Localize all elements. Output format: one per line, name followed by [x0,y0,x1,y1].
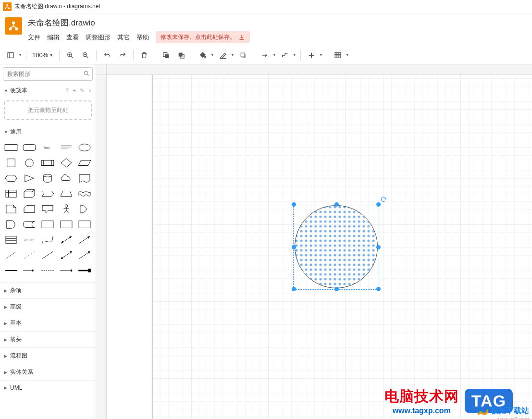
shape-and[interactable] [3,218,19,231]
insert-button[interactable]: ▼ [305,49,323,62]
shape-list[interactable] [3,233,19,246]
delete-button[interactable] [137,49,151,62]
ruler-vertical[interactable] [96,75,107,419]
zoom-out-button[interactable] [79,49,92,62]
shape-cube[interactable] [21,187,37,200]
shape-callout[interactable] [39,202,56,216]
shape-textbox[interactable] [58,141,74,154]
category-advanced[interactable]: ▶高级 [0,298,96,315]
resize-handle-mr[interactable] [376,245,381,249]
shape-tape[interactable] [76,187,93,200]
shape-rounded-rect[interactable] [21,141,37,154]
shadow-button[interactable] [236,49,250,62]
resize-handle-tm[interactable] [334,202,339,207]
ruler-horizontal[interactable] [107,64,532,75]
undo-button[interactable] [100,49,114,62]
shape-rectangle[interactable] [3,141,19,154]
shape-link1[interactable] [3,264,19,277]
main-area: ▼ 便笺本 ? + ✎ × 把元素拖至此处 ▼ 通用 Text [0,64,532,419]
app-logo[interactable] [5,17,22,35]
shape-dashed-line[interactable] [3,248,19,262]
save-notice[interactable]: 修改未保存。点击此处保存。 [156,31,250,43]
shape-triangle[interactable] [21,172,37,185]
search-icon[interactable] [83,70,90,78]
shape-or[interactable] [76,202,93,216]
shape-process[interactable] [39,156,56,170]
category-misc[interactable]: ▶杂项 [0,282,96,298]
rotate-handle[interactable] [380,196,387,203]
menu-edit[interactable]: 编辑 [47,33,60,42]
resize-handle-bm[interactable] [334,287,339,291]
resize-handle-br[interactable] [376,287,381,291]
shape-ellipse[interactable] [76,141,93,154]
shape-cloud[interactable] [58,172,74,185]
general-header[interactable]: ▼ 通用 [0,125,96,139]
shape-hexagon[interactable] [3,172,19,185]
document-title[interactable]: 未命名绘图.drawio [28,17,527,28]
shape-container2[interactable] [58,218,74,231]
shape-actor[interactable] [58,202,74,216]
shape-curve[interactable] [39,233,56,246]
shape-text[interactable]: Text [39,141,56,154]
shape-parallelogram[interactable] [76,156,93,170]
resize-handle-bl[interactable] [292,287,296,291]
line-color-button[interactable]: ▼ [216,49,235,62]
shape-note[interactable] [3,202,19,216]
zoom-in-button[interactable] [63,49,77,62]
search-input[interactable] [3,67,93,81]
connection-button[interactable]: ▼ [258,49,276,62]
category-uml[interactable]: ▶UML [0,380,96,395]
menu-file[interactable]: 文件 [28,33,40,42]
to-back-button[interactable] [174,49,188,62]
close-icon[interactable]: × [88,87,92,94]
scratchpad-header[interactable]: ▼ 便笺本 ? + ✎ × [0,84,96,98]
category-basic[interactable]: ▶基本 [0,315,96,331]
shape-internal-storage[interactable] [3,187,19,200]
menu-help[interactable]: 帮助 [136,33,149,42]
shape-bidir-thin[interactable] [58,248,74,262]
shape-list-item[interactable]: List Item [21,233,37,246]
table-button[interactable]: ▼ [331,49,349,62]
shape-document[interactable] [76,172,93,185]
category-arrows[interactable]: ▶箭头 [0,331,96,347]
shape-line[interactable] [39,248,56,262]
fill-color-button[interactable]: ▼ [196,49,214,62]
shape-card[interactable] [21,202,37,216]
shape-data-storage[interactable] [21,218,37,231]
resize-handle-ml[interactable] [292,245,296,249]
menu-extras[interactable]: 其它 [117,33,130,42]
shape-bidir-arrow[interactable] [58,233,74,246]
shape-link3[interactable] [39,264,56,277]
add-icon[interactable]: + [73,87,76,94]
shape-dir-thin[interactable] [76,248,93,262]
shape-step[interactable] [39,187,56,200]
shape-diamond[interactable] [58,156,74,170]
drawing-canvas[interactable]: 电脑技术网 www.tagxp.com TAG 极光下载站 www.xz7.co… [107,75,532,419]
help-icon[interactable]: ? [65,87,69,94]
shape-container[interactable] [39,218,56,231]
menu-view[interactable]: 查看 [66,33,79,42]
edit-icon[interactable]: ✎ [80,87,85,94]
shape-link5[interactable] [76,264,93,277]
resize-handle-tr[interactable] [376,202,381,207]
shape-trapezoid[interactable] [58,187,74,200]
scratchpad-dropzone[interactable]: 把元素拖至此处 [4,100,92,120]
shape-container3[interactable] [76,218,93,231]
resize-handle-tl[interactable] [292,202,296,207]
waypoint-button[interactable]: ▼ [278,49,297,62]
shape-cylinder[interactable] [39,172,56,185]
shape-dotted-line[interactable] [21,248,37,262]
category-er[interactable]: ▶实体关系 [0,364,96,380]
to-front-button[interactable] [159,49,173,62]
menu-arrange[interactable]: 调整图形 [86,33,111,42]
shape-link2[interactable] [21,264,37,277]
zoom-level[interactable]: 100% ▼ [30,51,55,59]
shape-circle[interactable] [21,156,37,170]
category-flowchart[interactable]: ▶流程图 [0,347,96,364]
view-panel-button[interactable]: ▼ [4,49,22,62]
shape-link4[interactable] [58,264,74,277]
shape-arrow[interactable] [76,233,93,246]
selected-ellipse-shape[interactable] [294,205,378,289]
redo-button[interactable] [116,49,129,62]
shape-square[interactable] [3,156,19,170]
